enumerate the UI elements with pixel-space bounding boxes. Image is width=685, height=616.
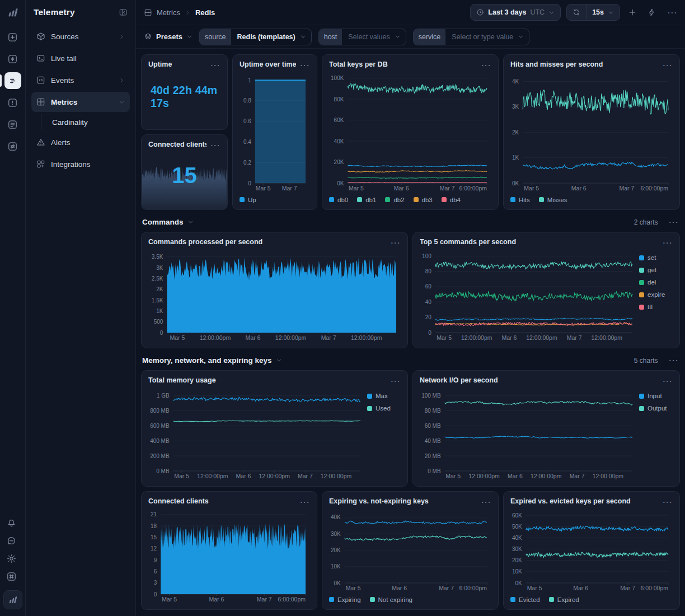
card-menu-button[interactable]: ··· <box>477 60 492 70</box>
legend-item-not-expiring[interactable]: Not expiring <box>370 596 412 603</box>
card-total-memory: Total memory usage ··· 0 MB200 MB400 MB6… <box>141 370 408 487</box>
new-query-button[interactable] <box>4 29 21 45</box>
legend-label: del <box>648 279 656 286</box>
chart-canvas[interactable]: 0K20K40K60K80K100KMar 5Mar 6Mar 76:00:00… <box>329 70 491 193</box>
chart-canvas[interactable]: 0K10K20K30K40KMar 5Mar 6Mar 76:00:00pm <box>329 507 491 592</box>
legend-item-up[interactable]: Up <box>240 197 256 203</box>
quick-actions-button[interactable] <box>645 6 658 19</box>
legend-item-db3[interactable]: db3 <box>414 197 433 203</box>
card-menu-button[interactable]: ··· <box>659 238 673 248</box>
legend-item-max[interactable]: Max <box>367 393 401 399</box>
presets-dropdown[interactable]: Presets <box>144 32 193 41</box>
workspace-logo-button[interactable] <box>3 590 22 609</box>
collapse-sidebar-button[interactable] <box>119 8 128 17</box>
filter-pill-service[interactable]: service Select or type value <box>413 29 529 45</box>
card-menu-button[interactable]: ··· <box>387 238 401 248</box>
legend-item-output[interactable]: Output <box>639 405 673 412</box>
card-menu-button[interactable]: ··· <box>207 141 221 150</box>
streams-rail-button[interactable] <box>4 72 21 89</box>
legend-item-set[interactable]: set <box>639 254 673 261</box>
filter-pill-source[interactable]: source Redis (templates) <box>199 29 312 45</box>
filter-label: source <box>200 29 231 45</box>
legend-item-ttl[interactable]: ttl <box>639 304 673 310</box>
svg-text:Mar 6: Mar 6 <box>508 473 523 479</box>
monitors-rail-button[interactable] <box>4 94 21 111</box>
card-title: Hits and misses per second <box>510 60 603 68</box>
chart-canvas[interactable]: 0K10K20K30K40K50K60KMar 5Mar 6Mar 76:00:… <box>510 507 673 592</box>
sidebar-item-sources[interactable]: Sources <box>31 26 130 46</box>
legend-chip <box>639 394 644 399</box>
settings-rail-button[interactable] <box>4 138 21 155</box>
svg-text:0: 0 <box>154 591 157 598</box>
page-menu-button[interactable]: ··· <box>664 6 677 19</box>
card-menu-button[interactable]: ··· <box>387 376 401 386</box>
sidebar-item-cardinality[interactable]: Cardinality <box>41 114 130 130</box>
legend-item-evicted[interactable]: Evicted <box>510 596 540 603</box>
svg-text:400 MB: 400 MB <box>150 438 170 444</box>
section-menu-button[interactable]: ··· <box>665 356 679 365</box>
sidebar-item-alerts[interactable]: Alerts <box>31 132 130 152</box>
svg-text:1K: 1K <box>512 155 519 161</box>
chart-canvas[interactable]: 0K1K2K3K4KMar 5Mar 6Mar 76:00:00pm <box>510 70 673 193</box>
card-menu-button[interactable]: ··· <box>659 376 673 386</box>
card-menu-button[interactable]: ··· <box>659 60 673 70</box>
chart-canvas[interactable]: 05001K1.5K2K2.5K3K3.5KMar 512:00:00pmMar… <box>148 248 401 342</box>
legend-item-expired[interactable]: Expired <box>549 596 579 603</box>
legend-item-input[interactable]: Input <box>639 393 673 399</box>
refresh-interval-select[interactable]: 15s <box>587 4 620 20</box>
chart-canvas[interactable]: 0 MB20 MB40 MB60 MB80 MB100 MBMar 512:00… <box>420 386 637 480</box>
legend-item-hits[interactable]: Hits <box>510 197 530 203</box>
sidebar-item-label: Integrations <box>51 160 91 169</box>
section-toggle[interactable]: Memory, network, and expiring keys <box>142 356 282 365</box>
feedback-button[interactable] <box>3 532 20 549</box>
filter-pill-host[interactable]: host Select values <box>318 29 406 45</box>
theme-toggle-button[interactable] <box>3 550 20 567</box>
section-menu-button[interactable]: ··· <box>665 217 679 227</box>
card-menu-button[interactable]: ··· <box>296 497 311 507</box>
card-top5-commands: Top 5 commands per second ··· 0204060801… <box>412 232 680 348</box>
add-chart-button[interactable] <box>626 6 639 19</box>
filter-label: service <box>414 29 446 45</box>
sidebar-item-integrations[interactable]: Integrations <box>31 154 130 174</box>
card-menu-button[interactable]: ··· <box>207 60 221 70</box>
legend-label: db2 <box>393 197 404 203</box>
shortcuts-button[interactable] <box>3 568 20 585</box>
flash-query-button[interactable] <box>4 50 21 67</box>
legend-item-misses[interactable]: Misses <box>539 197 567 203</box>
svg-text:Mar 5: Mar 5 <box>445 473 461 479</box>
card-menu-button[interactable]: ··· <box>296 60 311 70</box>
card-menu-button[interactable]: ··· <box>477 497 492 507</box>
card-connected-clients-mini: Connected clients ··· 15 <box>141 134 228 210</box>
legend-item-db0[interactable]: db0 <box>329 197 348 203</box>
legend-item-expiring[interactable]: Expiring <box>329 596 361 603</box>
legend-item-expire[interactable]: expire <box>639 291 673 298</box>
notifications-button[interactable] <box>3 514 20 531</box>
legend-item-db4[interactable]: db4 <box>442 197 461 203</box>
refresh-button[interactable] <box>567 4 586 20</box>
timezone-label: UTC <box>530 8 545 16</box>
chart-canvas[interactable]: 020406080100Mar 512:00:00pmMar 612:00:00… <box>420 248 637 342</box>
time-range-picker[interactable]: Last 3 days UTC <box>470 4 561 21</box>
sidebar-item-metrics[interactable]: Metrics <box>31 92 130 112</box>
legend-item-used[interactable]: Used <box>367 405 401 412</box>
sidebar-item-events[interactable]: Events <box>31 70 130 90</box>
legend-chip <box>414 197 419 202</box>
section-toggle[interactable]: Commands <box>142 218 194 226</box>
chart-canvas[interactable]: 00.20.40.60.81Mar 5Mar 7 <box>240 70 310 193</box>
svg-text:Mar 7: Mar 7 <box>321 334 336 341</box>
legend-item-del[interactable]: del <box>639 279 673 286</box>
card-title: Connected clients <box>148 497 209 505</box>
sidebar-item-live-tail[interactable]: Live tail <box>31 48 130 68</box>
breadcrumb-metrics-link[interactable]: Metrics <box>157 8 180 17</box>
uptime-value: 40d 22h 44m 17s <box>148 70 220 124</box>
legend-item-db2[interactable]: db2 <box>385 197 404 203</box>
legend-item-db1[interactable]: db1 <box>357 197 376 203</box>
topbar: Metrics Redis Last 3 days UTC <box>136 0 685 25</box>
svg-text:6:00:00pm: 6:00:00pm <box>278 596 306 603</box>
chart-canvas[interactable]: 036912151821Mar 5Mar 6Mar 76:00:00pm <box>148 507 310 604</box>
refresh-interval-value: 15s <box>592 8 604 16</box>
legend-item-get[interactable]: get <box>639 267 673 273</box>
card-menu-button[interactable]: ··· <box>659 497 673 507</box>
datasets-rail-button[interactable] <box>4 116 21 133</box>
chart-canvas[interactable]: 0 MB200 MB400 MB600 MB800 MB1 GBMar 512:… <box>148 386 365 480</box>
